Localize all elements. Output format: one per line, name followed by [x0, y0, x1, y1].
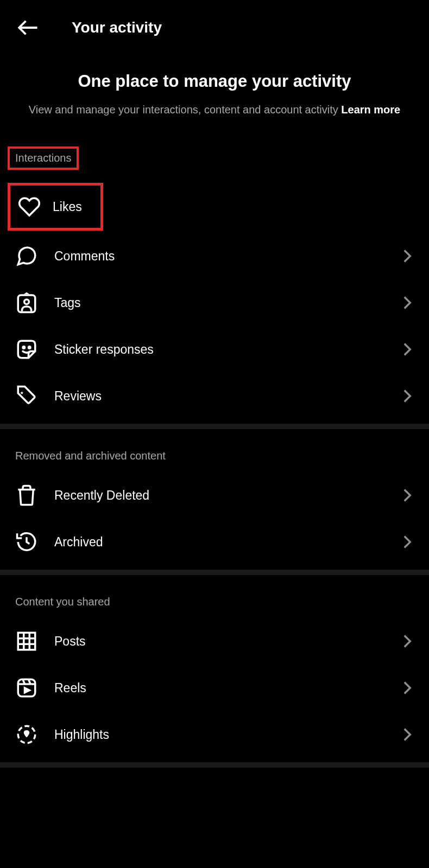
list-item-sticker-responses[interactable]: Sticker responses	[0, 326, 429, 373]
item-label-posts: Posts	[54, 634, 384, 649]
chevron-right-icon	[401, 343, 414, 356]
learn-more-link[interactable]: Learn more	[341, 104, 400, 116]
list-item-reels[interactable]: Reels	[0, 665, 429, 711]
list-item-archived[interactable]: Archived	[0, 519, 429, 565]
list-item-recently-deleted[interactable]: Recently Deleted	[0, 472, 429, 519]
section-header-removed: Removed and archived content	[0, 429, 429, 472]
svg-point-2	[24, 299, 29, 304]
svg-point-4	[29, 347, 31, 349]
list-item-likes-row[interactable]: Likes	[0, 181, 429, 233]
item-label-sticker-responses: Sticker responses	[54, 342, 384, 357]
header: Your activity	[0, 0, 429, 50]
list-item-reviews[interactable]: Reviews	[0, 373, 429, 419]
list-item-comments[interactable]: Comments	[0, 233, 429, 279]
chevron-right-icon	[414, 200, 429, 213]
grid-icon	[15, 630, 38, 653]
chevron-right-icon	[401, 681, 414, 694]
tag-person-icon	[15, 291, 38, 314]
section-divider	[0, 424, 429, 429]
chevron-right-icon	[401, 390, 414, 403]
svg-rect-5	[18, 633, 35, 650]
chevron-right-icon	[401, 635, 414, 648]
item-label-likes: Likes	[53, 200, 93, 214]
trash-icon	[15, 484, 38, 507]
comment-icon	[15, 245, 38, 267]
reels-icon	[15, 676, 38, 699]
history-icon	[15, 531, 38, 553]
chevron-right-icon	[401, 250, 414, 263]
highlights-icon	[15, 723, 38, 746]
item-label-reels: Reels	[54, 681, 384, 695]
item-label-reviews: Reviews	[54, 389, 384, 404]
intro-subtitle-text: View and manage your interactions, conte…	[29, 104, 342, 116]
list-item-likes[interactable]: Likes	[8, 183, 103, 231]
list-item-posts[interactable]: Posts	[0, 618, 429, 665]
item-label-tags: Tags	[54, 296, 384, 310]
sticker-icon	[15, 338, 38, 361]
section-divider	[0, 762, 429, 768]
chevron-right-icon	[401, 728, 414, 741]
svg-point-3	[23, 347, 25, 349]
section-header-content-shared: Content you shared	[0, 575, 429, 618]
heart-icon	[18, 195, 41, 218]
back-arrow-icon[interactable]	[16, 16, 39, 39]
item-label-highlights: Highlights	[54, 727, 384, 742]
chevron-right-icon	[401, 489, 414, 502]
intro-title: One place to manage your activity	[16, 72, 413, 91]
item-label-comments: Comments	[54, 249, 384, 264]
list-item-tags[interactable]: Tags	[0, 279, 429, 326]
reviews-tag-icon	[15, 385, 38, 407]
item-label-archived: Archived	[54, 535, 384, 550]
list-item-highlights[interactable]: Highlights	[0, 711, 429, 758]
item-label-recently-deleted: Recently Deleted	[54, 488, 384, 503]
intro-subtitle: View and manage your interactions, conte…	[16, 102, 413, 117]
page-title: Your activity	[72, 19, 162, 36]
chevron-right-icon	[401, 535, 414, 548]
section-header-interactions: Interactions	[8, 146, 79, 170]
chevron-right-icon	[401, 296, 414, 309]
intro-section: One place to manage your activity View a…	[0, 50, 429, 144]
section-divider	[0, 570, 429, 575]
